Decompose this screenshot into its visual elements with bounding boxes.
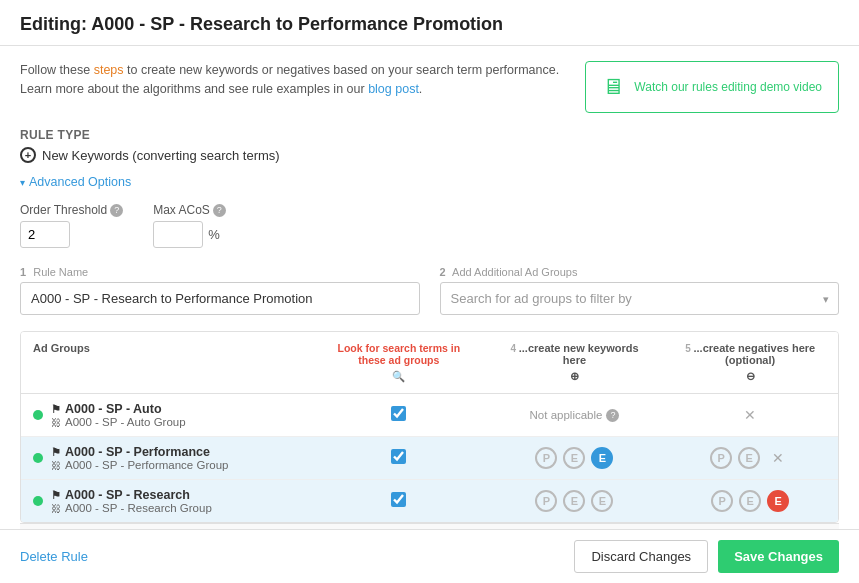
max-acos-input-wrapper: %	[153, 221, 226, 248]
video-label: Watch our rules editing demo video	[634, 80, 822, 94]
info-text-after: .	[419, 82, 422, 96]
max-acos-input[interactable]	[153, 221, 203, 248]
ad-group-cell-2: ⚑ A000 - SP - Performance ⛓ A000 - SP - …	[21, 437, 311, 479]
remove-btn-1[interactable]: ✕	[738, 407, 762, 423]
keyword-p-btn-2[interactable]: P	[535, 447, 557, 469]
link-icon-3: ⛓	[51, 503, 61, 514]
max-acos-field: Max ACoS ? %	[153, 203, 226, 248]
check-cell-3[interactable]	[311, 484, 487, 518]
neg-p-btn-3[interactable]: P	[711, 490, 733, 512]
search-icon: 🔍	[323, 370, 475, 383]
footer: Delete Rule Discard Changes Save Changes	[0, 529, 859, 583]
ad-group-cell-1: ⚑ A000 - SP - Auto ⛓ A000 - SP - Auto Gr…	[21, 394, 311, 436]
main-content: Follow these steps to create new keyword…	[0, 46, 859, 529]
col-ad-groups: Ad Groups	[21, 332, 311, 393]
ad-group-main-1: ⚑ A000 - SP - Auto	[51, 402, 186, 416]
negatives-cell-1: ✕	[662, 399, 838, 431]
check-cell-1[interactable]	[311, 398, 487, 432]
chevron-down-icon: ▾	[20, 177, 25, 188]
ad-group-sub-2: ⛓ A000 - SP - Performance Group	[51, 459, 228, 471]
keyword-e-btn-2[interactable]: E	[563, 447, 585, 469]
order-threshold-field: Order Threshold ?	[20, 203, 123, 248]
status-dot-3	[33, 496, 43, 506]
table-header: Ad Groups Look for search terms in these…	[21, 332, 838, 394]
checkbox-2[interactable]	[391, 449, 406, 464]
col-search-terms: Look for search terms in these ad groups…	[311, 332, 487, 393]
link-icon-2: ⛓	[51, 460, 61, 471]
status-dot-2	[33, 453, 43, 463]
add-ad-groups-select-wrapper: Search for ad groups to filter by ▾	[440, 282, 840, 315]
rule-type-value: + New Keywords (converting search terms)	[20, 147, 839, 163]
rule-type-label: Rule Type	[20, 128, 839, 142]
ad-group-cell-3: ⚑ A000 - SP - Research ⛓ A000 - SP - Res…	[21, 480, 311, 522]
order-threshold-input[interactable]	[20, 221, 70, 248]
neg-e-red-btn-3[interactable]: E	[767, 490, 789, 512]
remove-btn-2[interactable]: ✕	[766, 450, 790, 466]
save-changes-button[interactable]: Save Changes	[718, 540, 839, 573]
table-row: ⚑ A000 - SP - Auto ⛓ A000 - SP - Auto Gr…	[21, 394, 838, 437]
table-row: ⚑ A000 - SP - Performance ⛓ A000 - SP - …	[21, 437, 838, 480]
plus-circle-table-icon: ⊕	[499, 370, 651, 383]
advanced-options-toggle[interactable]: ▾ Advanced Options	[20, 175, 839, 189]
info-text-before: Follow these	[20, 63, 94, 77]
advanced-options-label: Advanced Options	[29, 175, 131, 189]
negatives-cell-2: P E ✕	[662, 439, 838, 477]
negatives-cell-3: P E E ✕	[662, 482, 838, 520]
ad-group-sub-1: ⛓ A000 - SP - Auto Group	[51, 416, 186, 428]
add-ad-groups-field: 2 Add Additional Ad Groups Search for ad…	[440, 266, 840, 315]
info-text: Follow these steps to create new keyword…	[20, 61, 565, 113]
ad-group-names-2: ⚑ A000 - SP - Performance ⛓ A000 - SP - …	[51, 445, 228, 471]
keywords-cell-1: Not applicable ?	[487, 401, 663, 430]
status-dot-1	[33, 410, 43, 420]
flag-icon-3: ⚑	[51, 489, 61, 502]
max-acos-label: Max ACoS ?	[153, 203, 226, 217]
neg-e-btn-3[interactable]: E	[739, 490, 761, 512]
footer-buttons: Discard Changes Save Changes	[574, 540, 839, 573]
plus-circle-icon: +	[20, 147, 36, 163]
keyword-e2-btn-3[interactable]: E	[591, 490, 613, 512]
col-negatives: 5 ...create negatives here (optional) ⊖	[662, 332, 838, 393]
keyword-e-btn-3[interactable]: E	[563, 490, 585, 512]
ad-group-names-3: ⚑ A000 - SP - Research ⛓ A000 - SP - Res…	[51, 488, 212, 514]
max-acos-unit: %	[208, 227, 220, 242]
discard-changes-button[interactable]: Discard Changes	[574, 540, 708, 573]
steps-link[interactable]: steps	[94, 63, 124, 77]
add-ad-groups-label: 2 Add Additional Ad Groups	[440, 266, 840, 278]
neg-e-btn-2[interactable]: E	[738, 447, 760, 469]
delete-rule-link[interactable]: Delete Rule	[20, 549, 88, 564]
ad-group-main-3: ⚑ A000 - SP - Research	[51, 488, 212, 502]
keyword-p-btn-3[interactable]: P	[535, 490, 557, 512]
keywords-cell-2: P E E	[487, 439, 663, 477]
ad-groups-table: Ad Groups Look for search terms in these…	[20, 331, 839, 523]
checkbox-3[interactable]	[391, 492, 406, 507]
rule-name-label: 1 Rule Name	[20, 266, 420, 278]
order-threshold-help-icon[interactable]: ?	[110, 204, 123, 217]
col3-step: 4	[510, 343, 518, 354]
video-box[interactable]: 🖥 Watch our rules editing demo video	[585, 61, 839, 113]
link-icon-1: ⛓	[51, 417, 61, 428]
neg-p-btn-2[interactable]: P	[710, 447, 732, 469]
rule-name-input[interactable]	[20, 282, 420, 315]
blog-link[interactable]: blog post	[368, 82, 419, 96]
rule-type-text: New Keywords (converting search terms)	[42, 148, 280, 163]
ad-group-main-2: ⚑ A000 - SP - Performance	[51, 445, 228, 459]
checkbox-1[interactable]	[391, 406, 406, 421]
max-acos-help-icon[interactable]: ?	[213, 204, 226, 217]
table-row: ⚑ A000 - SP - Research ⛓ A000 - SP - Res…	[21, 480, 838, 522]
check-cell-2[interactable]	[311, 441, 487, 475]
video-icon: 🖥	[602, 74, 624, 100]
minus-circle-table-icon: ⊖	[674, 370, 826, 383]
options-row: Order Threshold ? Max ACoS ? %	[20, 203, 839, 248]
keyword-e-filled-btn-2[interactable]: E	[591, 447, 613, 469]
keywords-cell-3: P E E	[487, 482, 663, 520]
flag-icon-2: ⚑	[51, 446, 61, 459]
add-ad-groups-select[interactable]: Search for ad groups to filter by	[440, 282, 840, 315]
order-threshold-label: Order Threshold ?	[20, 203, 123, 217]
page-wrapper: Editing: A000 - SP - Research to Perform…	[0, 0, 859, 583]
rule-name-field: 1 Rule Name	[20, 266, 420, 315]
not-applicable-help[interactable]: ?	[606, 409, 619, 422]
order-threshold-input-wrapper	[20, 221, 123, 248]
rule-type-section: Rule Type + New Keywords (converting sea…	[20, 128, 839, 163]
info-section: Follow these steps to create new keyword…	[20, 61, 839, 113]
ad-group-sub-3: ⛓ A000 - SP - Research Group	[51, 502, 212, 514]
